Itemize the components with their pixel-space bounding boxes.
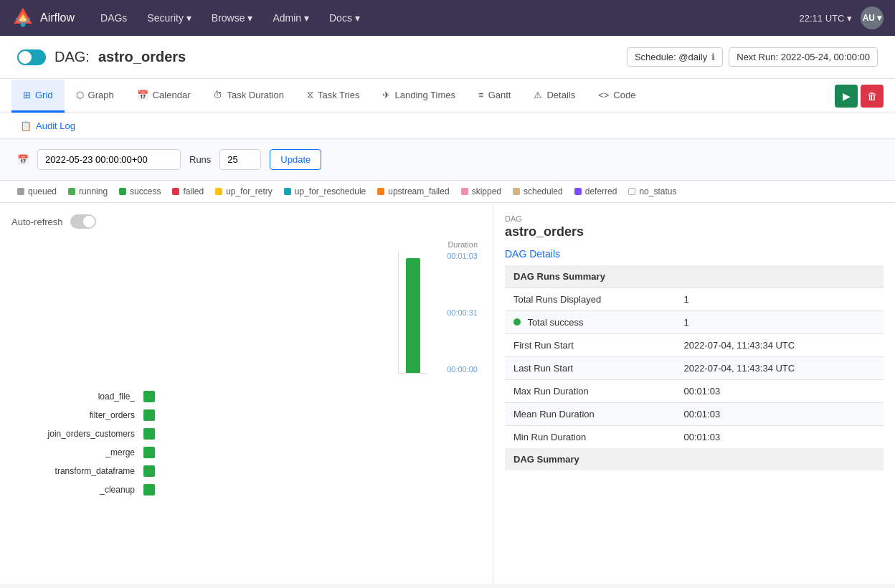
dag-title-area: DAG: astro_orders [17,49,186,65]
legend-running: running [68,186,108,196]
nav-right: 22:11 UTC ▾ AU ▾ [800,6,884,29]
schedule-label: Schedule: @daily [635,52,707,62]
auto-refresh-toggle[interactable] [70,214,96,229]
dag-name: astro_orders [98,49,186,65]
scheduled-dot [513,188,520,195]
tab-gantt[interactable]: ≡ Gantt [467,80,522,113]
legend-failed: failed [172,186,204,196]
upstream-failed-dot [377,188,384,195]
task-bar-container [141,465,481,477]
right-panel: DAG astro_orders DAG Details DAG Runs Su… [493,203,895,584]
table-row: transform_dataframe [11,463,481,480]
dag-meta: Schedule: @daily ℹ Next Run: 2022-05-24,… [627,47,878,67]
legend-success: success [119,186,161,196]
brand-name: Airflow [40,11,75,24]
queued-dot [17,188,24,195]
tab-code[interactable]: <> Code [587,80,647,113]
dag-label: DAG: [55,49,90,65]
table-row: _merge [11,444,481,461]
delete-dag-button[interactable]: 🗑 [861,85,884,108]
details-table: DAG Runs Summary Total Runs Displayed 1 … [505,265,884,470]
auto-refresh-label: Auto-refresh [11,217,63,227]
row-label: Last Run Start [505,357,676,380]
tab-graph[interactable]: ⬡ Graph [65,80,126,113]
list-item: Total success 1 [505,311,884,334]
y-axis-tick-top: 00:01:03 [447,252,478,260]
nav-menu: DAGs Security ▾ Browse ▾ Admin ▾ Docs ▾ [92,6,800,29]
task-bar-container [141,428,481,440]
row-label: Mean Run Duration [505,403,676,426]
task-name: filter_orders [11,410,141,420]
update-button[interactable]: Update [270,149,321,170]
tabs-list: ⊞ Grid ⬡ Graph 📅 Calendar ⏱ Task Duratio… [11,79,647,113]
task-bar-cell [143,465,155,477]
runs-label: Runs [189,154,211,165]
tab-task-tries[interactable]: ⧖ Task Tries [295,79,371,113]
tabs-bar: ⊞ Grid ⬡ Graph 📅 Calendar ⏱ Task Duratio… [0,79,895,113]
schedule-badge: Schedule: @daily ℹ [627,47,723,67]
nav-admin[interactable]: Admin ▾ [264,6,318,29]
tab-landing-times[interactable]: ✈ Landing Times [371,80,467,113]
success-dot-legend [119,188,126,195]
running-dot [68,188,75,195]
grid-icon: ⊞ [23,90,31,100]
table-row: load_file_ [11,388,481,405]
tab-actions: ▶ 🗑 [835,85,884,108]
code-icon: <> [598,90,609,100]
navbar: Airflow DAGs Security ▾ Browse ▾ Admin ▾… [0,0,895,36]
failed-dot [172,188,179,195]
sub-tab-audit-log[interactable]: 📋 Audit Log [11,113,84,138]
up-for-retry-dot [215,188,222,195]
dag-details-link[interactable]: DAG Details [505,248,884,260]
audit-log-icon: 📋 [20,120,32,131]
task-bar-cell [143,428,155,440]
list-item: Min Run Duration 00:01:03 [505,426,884,449]
left-panel: Auto-refresh Duration 00:01:03 00:00:31 … [0,203,493,584]
dag-header: DAG: astro_orders Schedule: @daily ℹ Nex… [0,36,895,79]
table-row: join_orders_customers [11,425,481,442]
up-for-reschedule-dot [284,188,291,195]
sub-tabs-bar: 📋 Audit Log [0,113,895,139]
list-item: Total Runs Displayed 1 [505,288,884,311]
info-icon[interactable]: ℹ [711,52,715,62]
details-icon: ⚠ [534,90,542,100]
user-avatar[interactable]: AU ▾ [861,6,884,29]
tab-calendar[interactable]: 📅 Calendar [126,80,202,113]
row-value: 2022-07-04, 11:43:34 UTC [676,357,884,380]
dag-info-section: DAG [505,214,884,223]
task-bar-cell [143,391,155,402]
nav-dags[interactable]: DAGs [92,6,136,29]
task-bar-container [141,484,481,495]
no-status-dot [628,188,635,195]
runs-summary-header: DAG Runs Summary [505,265,884,288]
tab-details[interactable]: ⚠ Details [522,80,587,113]
nav-docs[interactable]: Docs ▾ [321,6,369,29]
runs-select[interactable]: 25 5 10 50 100 [219,149,261,170]
tab-grid[interactable]: ⊞ Grid [11,80,65,113]
list-item: Mean Run Duration 00:01:03 [505,403,884,426]
row-label: Max Run Duration [505,380,676,403]
filter-calendar-icon: 📅 [17,154,29,165]
row-value: 2022-07-04, 11:43:34 UTC [676,334,884,357]
legend-up-for-retry: up_for_retry [215,186,273,196]
task-name: join_orders_customers [11,429,141,439]
dag-toggle[interactable] [17,49,46,65]
duration-axis-label: Duration [133,240,478,249]
tab-task-duration[interactable]: ⏱ Task Duration [202,80,295,113]
nav-security[interactable]: Security ▾ [138,6,199,29]
landing-times-icon: ✈ [382,90,390,100]
next-run-badge: Next Run: 2022-05-24, 00:00:00 [729,47,878,67]
chart-bar [406,258,420,373]
row-value: 00:01:03 [676,403,884,426]
task-bar-container [141,391,481,402]
nav-browse[interactable]: Browse ▾ [203,6,262,29]
date-input[interactable] [37,149,181,170]
time-display[interactable]: 22:11 UTC ▾ [800,13,852,24]
main-content: Auto-refresh Duration 00:01:03 00:00:31 … [0,203,895,584]
list-item: Max Run Duration 00:01:03 [505,380,884,403]
legend-bar: queued running success failed up_for_ret… [0,181,895,203]
brand[interactable]: Airflow [11,6,75,29]
legend-deferred: deferred [574,186,617,196]
task-bar-cell [143,447,155,458]
run-dag-button[interactable]: ▶ [835,85,858,108]
